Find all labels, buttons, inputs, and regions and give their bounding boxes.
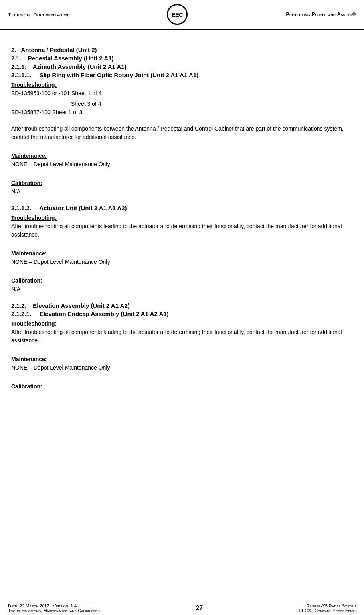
calibration-label-3: Calibration:	[11, 383, 353, 390]
header-left-title: Technical Documentation	[8, 12, 68, 18]
section-2121-heading: 2.1.2.1. Elevation Endcap Assembly (Unit…	[11, 310, 353, 317]
section-21-heading: 2.1. Pedestal Assembly (Unit 2 A1)	[11, 55, 353, 62]
calibration-label-2: Calibration:	[11, 277, 353, 284]
header-right-title: Protecting People and Assets®	[286, 12, 356, 17]
eec-logo: EEC	[167, 4, 188, 25]
calibration-label-1: Calibration:	[11, 180, 353, 186]
troubleshooting-label-1: Troubleshooting:	[11, 82, 353, 88]
maintenance-body-2: NONE – Depot Level Maintenance Only	[11, 258, 353, 266]
trouble-body-2: After troubleshooting all components lea…	[11, 222, 353, 239]
maintenance-label-2: Maintenance:	[11, 250, 353, 257]
section-2112-heading: 2.1.1.2. Actuator Unit (Unit 2 A1 A1 A2)	[11, 205, 353, 211]
trouble-body-3: After troubleshooting all components lea…	[11, 328, 353, 345]
calibration-body-2: N/A	[11, 285, 353, 293]
header-logo: EEC	[167, 4, 188, 25]
sd-line3: SD-135887-100 Sheet 1 of 3	[11, 108, 353, 117]
footer-page-number: 27	[196, 605, 203, 612]
footer-doc-type: Troubleshooting, Maintenance, and Calibr…	[8, 608, 100, 613]
section-2111-heading: 2.1.1.1. Slip Ring with Fiber Optic Rota…	[11, 72, 353, 78]
troubleshooting-label-2: Troubleshooting:	[11, 215, 353, 221]
maintenance-body-1: NONE – Depot Level Maintenance Only	[11, 160, 353, 169]
maintenance-label-1: Maintenance:	[11, 153, 353, 159]
footer-right: Ranger-X5 Radar System EEC® | Company Pr…	[299, 603, 356, 613]
page-footer: Date: 22 March 2017 | Version: 1.4 Troub…	[0, 601, 364, 615]
main-content: 2. Antenna / Pedestal (Unit 2) 2.1. Pede…	[0, 30, 364, 395]
sd-line1: SD-135953-100 or -101 Sheet 1 of 4	[11, 89, 353, 98]
section-211-heading: 2.1.1. Azimuth Assembly (Unit 2 A1 A1)	[11, 63, 353, 70]
footer-date: Date: 22 March 2017 | Version: 1.4	[8, 603, 100, 608]
section-2-heading: 2. Antenna / Pedestal (Unit 2)	[11, 46, 353, 53]
trouble-body-1: After troubleshooting all components bet…	[11, 125, 353, 141]
footer-system-name: Ranger-X5 Radar System	[299, 603, 356, 608]
page-header: Technical Documentation EEC Protecting P…	[0, 0, 364, 30]
sd-line2: Sheet 3 of 4	[11, 100, 353, 108]
footer-company: EEC® | Company Proprietary	[299, 608, 356, 613]
footer-left: Date: 22 March 2017 | Version: 1.4 Troub…	[8, 603, 100, 613]
maintenance-label-3: Maintenance:	[11, 356, 353, 362]
section-212-heading: 2.1.2. Elevation Assembly (Unit 2 A1 A2)	[11, 302, 353, 309]
troubleshooting-label-3: Troubleshooting:	[11, 320, 353, 327]
maintenance-body-3: NONE – Depot Level Maintenance Only	[11, 364, 353, 372]
calibration-body-1: N/A	[11, 187, 353, 196]
